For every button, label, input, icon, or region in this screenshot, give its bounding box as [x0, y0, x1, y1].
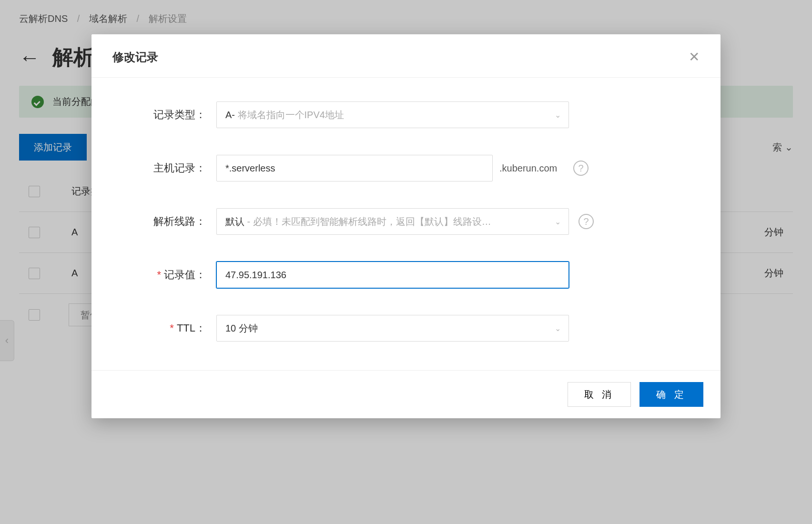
record-type-select[interactable]: A- 将域名指向一个IPV4地址 ⌄	[216, 101, 569, 128]
close-icon[interactable]: ✕	[689, 50, 700, 64]
chevron-down-icon: ⌄	[555, 111, 561, 120]
host-suffix: .kuberun.com	[499, 163, 557, 174]
edit-record-modal: 修改记录 ✕ 记录类型： A- 将域名指向一个IPV4地址 ⌄ 主机记录：	[91, 34, 721, 418]
resolution-line-select[interactable]: 默认 - 必填！未匹配到智能解析线路时，返回【默认】线路设… ⌄	[216, 208, 569, 235]
record-value-input[interactable]	[216, 262, 569, 288]
confirm-button[interactable]: 确 定	[639, 382, 703, 407]
label-record-type: 记录类型：	[125, 108, 206, 122]
modal-title: 修改记录	[112, 50, 158, 65]
label-resolution-line: 解析线路：	[125, 214, 206, 229]
host-record-input[interactable]	[216, 155, 493, 181]
chevron-down-icon: ⌄	[555, 324, 561, 333]
label-host-record: 主机记录：	[125, 161, 206, 175]
ttl-select[interactable]: 10 分钟 ⌄	[216, 315, 569, 342]
label-record-value: *记录值：	[125, 268, 206, 282]
chevron-down-icon: ⌄	[555, 217, 561, 226]
cancel-button[interactable]: 取 消	[568, 382, 631, 407]
modal-overlay: 修改记录 ✕ 记录类型： A- 将域名指向一个IPV4地址 ⌄ 主机记录：	[0, 0, 812, 524]
label-ttl: *TTL：	[125, 321, 206, 335]
help-icon[interactable]: ?	[579, 214, 594, 229]
help-icon[interactable]: ?	[573, 161, 589, 176]
